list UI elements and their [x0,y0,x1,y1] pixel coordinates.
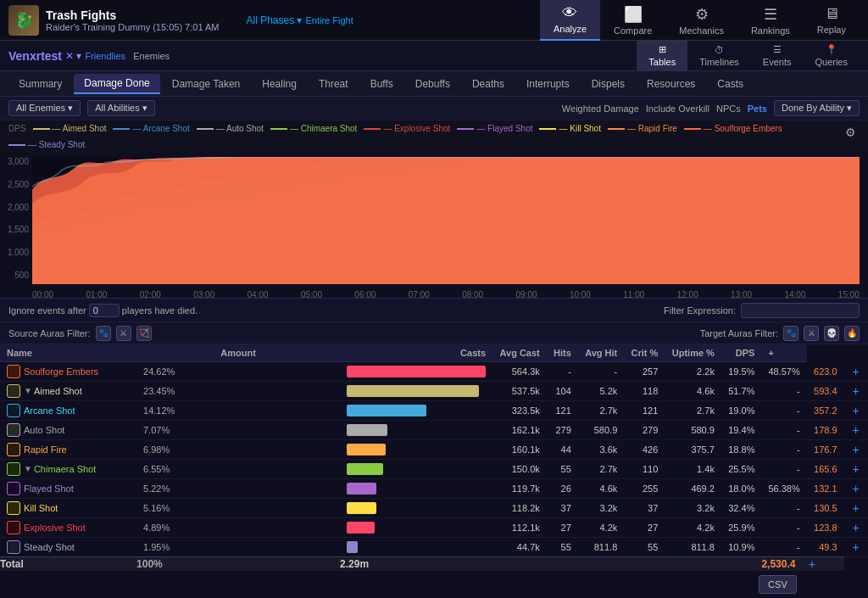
tab-timelines[interactable]: ⏱ Timelines [687,42,751,70]
legend-chimaera[interactable]: — Chimaera Shot [270,124,357,133]
legend-flayed[interactable]: — Flayed Shot [457,124,532,133]
expand-btn[interactable]: + [851,365,861,378]
csv-button[interactable]: CSV [759,575,797,594]
ability-name-cell[interactable]: Steady Shot [0,538,136,557]
tab-queries[interactable]: 📍 Queries [803,41,860,70]
tab-damage-taken[interactable]: Damage Taken [162,75,251,93]
ability-name-cell[interactable]: Rapid Fire [0,440,136,460]
aura-icon-2[interactable]: ⚔ [116,326,131,341]
legend-rapid-label: — Rapid Fire [627,124,677,133]
tab-interrupts[interactable]: Interrupts [516,75,580,93]
plus-cell[interactable]: + [844,421,868,440]
player-name[interactable]: Venxrtest [8,49,62,63]
nav-compare[interactable]: ⬜ Compare [600,0,665,41]
plus-cell[interactable]: + [844,460,868,479]
col-amount[interactable]: Amount [136,344,340,362]
tab-summary[interactable]: Summary [8,75,72,93]
ability-name-cell[interactable]: Explosive Shot [0,518,136,538]
expand-icon[interactable]: ▼ [24,464,32,473]
legend-aimed[interactable]: — Aimed Shot [33,124,107,133]
aura-icon-3[interactable]: 🏹 [136,326,152,341]
tab-damage-done[interactable]: Damage Done [74,74,159,94]
nav-mechanics[interactable]: ⚙ Mechanics [665,0,737,41]
avg-hit-cell: 580.9 [665,421,721,440]
plus-cell[interactable]: + [844,499,868,518]
tab-casts[interactable]: Casts [707,75,754,93]
col-name[interactable]: Name [0,344,136,362]
col-uptime[interactable]: Uptime % [665,344,721,362]
ability-name-cell[interactable]: Auto Shot [0,421,136,440]
all-enemies-dropdown[interactable]: All Enemies ▾ [8,100,81,116]
tab-threat[interactable]: Threat [309,75,359,93]
all-abilities-dropdown[interactable]: All Abilities ▾ [87,100,155,116]
nav-replay[interactable]: 🖥 Replay [804,0,860,40]
player-badge[interactable]: ✕ ▾ [65,50,81,62]
legend-auto[interactable]: — Auto Shot [197,124,264,133]
ability-name-cell[interactable]: Flayed Shot [0,479,136,499]
ability-name-cell[interactable]: Arcane Shot [0,401,136,421]
phases-button[interactable]: All Phases ▾ Entire Fight [236,11,363,30]
ability-name-label: Arcane Shot [24,405,75,416]
expand-btn[interactable]: + [851,384,861,398]
col-avg-cast[interactable]: Avg Cast [492,344,547,362]
damage-table: Name Amount Casts Avg Cast Hits Avg Hit … [0,344,868,598]
legend-explosive[interactable]: — Explosive Shot [364,124,450,133]
col-casts[interactable]: Casts [340,344,492,362]
aura-icon-1[interactable]: 🐾 [96,326,111,341]
friendlies-link[interactable]: Friendlies [85,51,125,61]
tab-debuffs[interactable]: Debuffs [405,75,460,93]
ability-name-cell[interactable]: Soulforge Embers [0,362,136,382]
expand-btn[interactable]: + [851,521,861,534]
expand-btn[interactable]: + [851,404,861,417]
enemies-link[interactable]: Enemies [133,51,170,61]
tab-tables[interactable]: ⊞ Tables [637,41,687,70]
plus-cell[interactable]: + [844,538,868,557]
nav-rankings[interactable]: ☰ Rankings [737,0,804,41]
expand-btn[interactable]: + [851,443,861,456]
legend-arcane[interactable]: — Arcane Shot [113,124,189,133]
crit-cell: 32.4% [721,499,762,518]
expand-icon[interactable]: ▼ [24,386,32,395]
ability-name-cell[interactable]: Kill Shot [0,499,136,518]
tab-dispels[interactable]: Dispels [581,75,635,93]
done-by-dropdown[interactable]: Done By Ability ▾ [774,100,860,116]
filter-expression-input[interactable] [741,303,860,318]
plus-cell[interactable]: + [844,382,868,401]
ability-name-cell[interactable]: ▼Aimed Shot [0,382,136,401]
tab-healing[interactable]: Healing [252,75,307,93]
tab-events[interactable]: ☰ Events [751,41,804,70]
legend-soulforge[interactable]: — Soulforge Embers [684,124,782,133]
tab-deaths[interactable]: Deaths [462,75,515,93]
expand-btn[interactable]: + [851,501,861,515]
target-aura-icon-3[interactable]: 💀 [824,326,839,341]
ability-name-cell[interactable]: ▼Chimaera Shot [0,460,136,479]
col-hits[interactable]: Hits [547,344,578,362]
plus-cell[interactable]: + [844,440,868,460]
nav-analyze[interactable]: 👁 Analyze [540,0,600,41]
target-aura-icon-1[interactable]: 🐾 [783,326,798,341]
plus-cell[interactable]: + [844,401,868,421]
expand-btn[interactable]: + [851,540,861,554]
col-avg-hit[interactable]: Avg Hit [578,344,624,362]
chart-settings-button[interactable]: ⚙ [845,126,856,139]
col-dps[interactable]: DPS [721,344,762,362]
x-0: 00:00 [32,290,53,299]
total-plus-btn[interactable]: + [807,557,817,571]
target-aura-icon-2[interactable]: ⚔ [804,326,819,341]
boss-name[interactable]: Trash Fights [46,8,219,22]
legend-kill[interactable]: — Kill Shot [539,124,600,133]
plus-cell[interactable]: + [844,479,868,499]
expand-btn[interactable]: + [851,482,861,495]
legend-steady[interactable]: — Steady Shot [8,140,85,149]
ignore-input[interactable] [89,304,120,317]
pets-label[interactable]: Pets [748,103,767,114]
expand-btn[interactable]: + [851,423,861,437]
plus-cell[interactable]: + [844,518,868,538]
plus-cell[interactable]: + [844,362,868,382]
tab-resources[interactable]: Resources [637,75,705,93]
col-crit-pct[interactable]: Crit % [624,344,665,362]
legend-rapid[interactable]: — Rapid Fire [608,124,677,133]
target-aura-icon-4[interactable]: 🔥 [844,326,860,341]
expand-btn[interactable]: + [851,462,861,476]
tab-buffs[interactable]: Buffs [360,75,403,93]
